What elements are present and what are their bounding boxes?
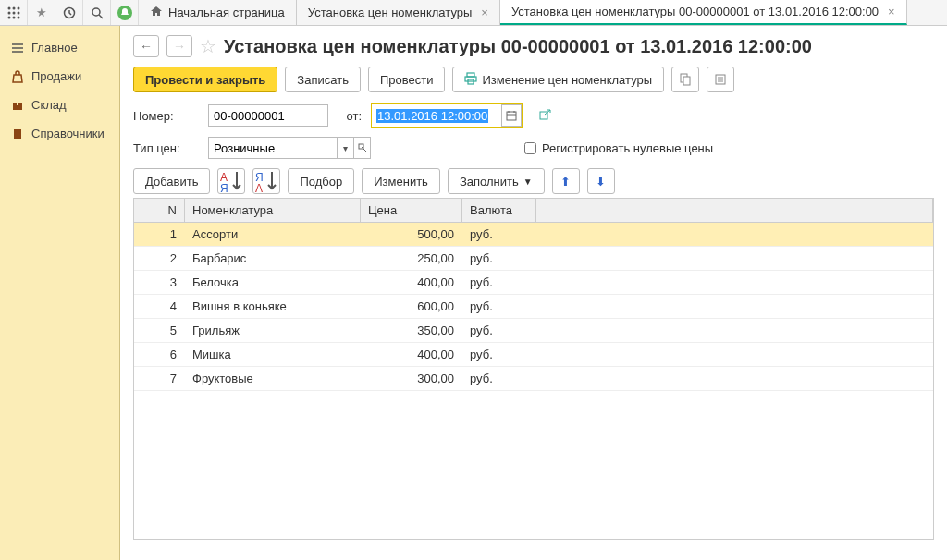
cell-currency: руб.	[462, 319, 536, 342]
fill-button[interactable]: Заполнить ▼	[448, 168, 545, 194]
home-icon	[150, 5, 163, 20]
edit-button[interactable]: Изменить	[362, 168, 440, 194]
close-icon[interactable]: ×	[888, 5, 895, 18]
svg-point-0	[7, 6, 10, 9]
tab-home-label: Начальная страница	[168, 6, 285, 19]
menu-icon	[11, 42, 24, 55]
tab-price-setting[interactable]: Установка цен номенклатуры ×	[297, 0, 500, 25]
col-item[interactable]: Номенклатура	[185, 199, 361, 222]
table-row[interactable]: 5Грильяж350,00руб.	[134, 319, 933, 343]
dropdown-button[interactable]: ▾	[338, 137, 354, 159]
box-icon	[11, 99, 24, 112]
zero-prices-label: Регистрировать нулевые цены	[542, 141, 713, 155]
tab-price-setting-doc[interactable]: Установка цен номенклатуры 00-00000001 о…	[500, 0, 907, 25]
sidebar-item-stock[interactable]: Склад	[0, 91, 119, 119]
back-button[interactable]: ←	[133, 35, 159, 57]
col-currency[interactable]: Валюта	[462, 199, 536, 222]
table-row[interactable]: 1Ассорти500,00руб.	[134, 223, 933, 247]
list-button[interactable]	[707, 67, 734, 92]
table-row[interactable]: 2Барбарис250,00руб.	[134, 247, 933, 271]
sidebar-item-sales[interactable]: Продажи	[0, 62, 119, 91]
svg-point-4	[12, 11, 15, 14]
number-input[interactable]	[208, 104, 328, 127]
pick-button[interactable]: Подбор	[288, 168, 354, 194]
cell-n: 7	[134, 367, 185, 390]
arrow-down-icon: ⬇	[596, 175, 606, 189]
cell-currency: руб.	[462, 271, 536, 294]
col-price[interactable]: Цена	[361, 199, 462, 222]
main-panel: ← → ☆ Установка цен номенклатуры 00-0000…	[120, 26, 947, 560]
svg-point-1	[12, 6, 15, 9]
move-up-button[interactable]: ⬆	[552, 168, 580, 194]
open-ref-button[interactable]	[354, 137, 371, 159]
external-button[interactable]	[535, 104, 556, 127]
cell-n: 1	[134, 223, 185, 246]
sidebar-item-refs[interactable]: Справочники	[0, 119, 119, 148]
close-icon[interactable]: ×	[481, 6, 488, 19]
table-row[interactable]: 7Фруктовые300,00руб.	[134, 367, 933, 391]
notifications-icon[interactable]	[111, 0, 139, 25]
tab-home[interactable]: Начальная страница	[139, 0, 297, 25]
cell-spacer	[536, 343, 933, 366]
sidebar-label: Продажи	[31, 69, 81, 83]
add-row-button[interactable]: Добавить	[133, 168, 210, 194]
table-row[interactable]: 4Вишня в коньяке600,00руб.	[134, 295, 933, 319]
cell-price: 400,00	[361, 271, 462, 294]
cell-name: Мишка	[185, 343, 361, 366]
cell-spacer	[536, 271, 933, 294]
svg-point-6	[7, 16, 10, 18]
svg-point-2	[17, 6, 19, 9]
cell-name: Барбарис	[185, 247, 361, 270]
svg-point-8	[17, 16, 19, 18]
col-n[interactable]: N	[134, 199, 185, 222]
history-icon[interactable]	[55, 0, 83, 25]
date-input[interactable]: 13.01.2016 12:00:00	[372, 104, 501, 127]
sidebar: Главное Продажи Склад Справочники	[0, 26, 120, 560]
sort-desc-button[interactable]: ЯА	[252, 168, 280, 194]
post-button[interactable]: Провести	[368, 67, 446, 92]
calendar-icon	[506, 110, 517, 121]
cell-name: Фруктовые	[185, 367, 361, 390]
chevron-down-icon: ▼	[523, 177, 533, 187]
table-row[interactable]: 6Мишка400,00руб.	[134, 343, 933, 367]
report-button[interactable]	[671, 67, 699, 92]
sort-asc-button[interactable]: АЯ	[217, 168, 245, 194]
svg-rect-14	[14, 129, 21, 139]
tab-label: Установка цен номенклатуры	[308, 6, 473, 19]
printer-icon	[464, 72, 477, 88]
star-icon[interactable]: ★	[28, 0, 55, 25]
svg-text:А: А	[255, 182, 263, 194]
date-value: 13.01.2016 12:00:00	[376, 109, 488, 123]
cell-price: 350,00	[361, 319, 462, 342]
cell-name: Ассорти	[185, 223, 361, 246]
svg-rect-19	[683, 77, 690, 85]
tab-label: Установка цен номенклатуры 00-00000001 о…	[511, 5, 879, 18]
save-button[interactable]: Записать	[285, 67, 361, 92]
cell-currency: руб.	[462, 247, 536, 270]
change-prices-button[interactable]: Изменение цен номенклатуры	[452, 67, 664, 92]
items-grid: N Номенклатура Цена Валюта 1Ассорти500,0…	[133, 198, 934, 540]
post-and-close-button[interactable]: Провести и закрыть	[133, 67, 277, 92]
favorite-star-icon[interactable]: ☆	[200, 35, 216, 57]
sidebar-item-main[interactable]: Главное	[0, 33, 119, 62]
price-type-label: Тип цен:	[133, 141, 203, 155]
col-spacer	[536, 199, 933, 222]
apps-icon[interactable]	[0, 0, 28, 25]
sidebar-label: Склад	[31, 98, 67, 112]
search-icon[interactable]	[83, 0, 111, 25]
cell-currency: руб.	[462, 343, 536, 366]
fill-label: Заполнить	[460, 175, 519, 189]
cell-name: Белочка	[185, 271, 361, 294]
cell-spacer	[536, 223, 933, 246]
arrow-up-icon: ⬆	[560, 175, 571, 189]
calendar-button[interactable]	[501, 104, 522, 127]
svg-rect-13	[17, 103, 18, 105]
forward-button[interactable]: →	[166, 35, 192, 57]
grid-header: N Номенклатура Цена Валюта	[134, 199, 933, 223]
table-row[interactable]: 3Белочка400,00руб.	[134, 271, 933, 295]
price-type-select[interactable]	[208, 137, 338, 159]
list-icon	[714, 73, 727, 86]
cell-currency: руб.	[462, 295, 536, 318]
move-down-button[interactable]: ⬇	[587, 168, 615, 194]
zero-prices-checkbox[interactable]	[524, 142, 536, 154]
